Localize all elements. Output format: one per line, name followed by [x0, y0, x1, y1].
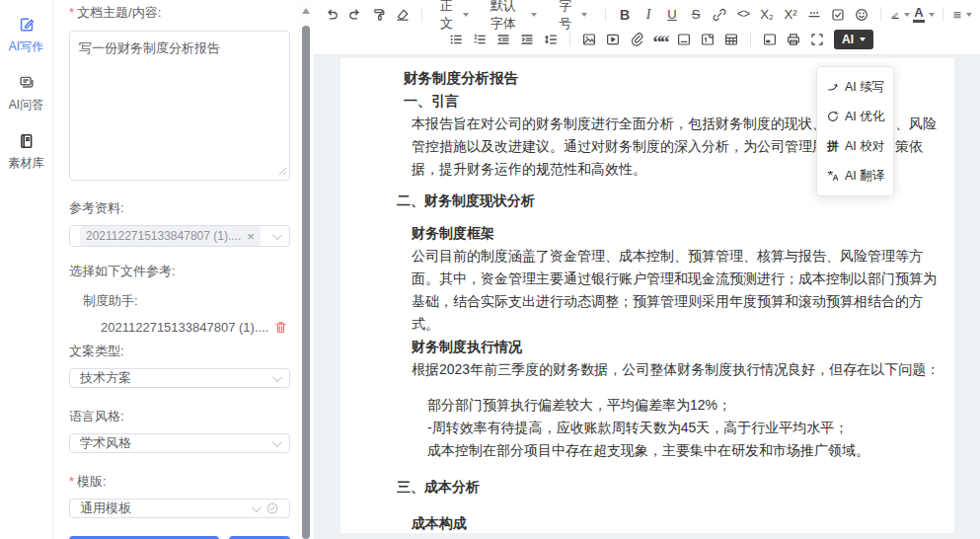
template-value: 通用模板: [80, 500, 244, 517]
tag-close-icon[interactable]: ×: [247, 230, 255, 243]
link-button[interactable]: [708, 4, 731, 26]
fullscreen-button[interactable]: [805, 29, 829, 50]
style-value: 学术风格: [80, 434, 264, 452]
check-circle-icon: [265, 501, 279, 515]
redo-button[interactable]: [343, 4, 367, 26]
required-mark: *: [69, 474, 74, 489]
toolbar-divider: [942, 7, 943, 22]
chevron-down-icon: [272, 372, 282, 382]
indent-button[interactable]: [515, 29, 539, 50]
ai-qa-icon: [18, 74, 36, 95]
menu-item-label: AI 续写: [845, 79, 884, 96]
doc-subheading: 财务制度执行情况: [397, 336, 944, 358]
toolbar-divider: [421, 7, 422, 22]
strikethrough-button[interactable]: S: [684, 4, 708, 26]
align-button[interactable]: [950, 4, 974, 26]
menu-item-ai-continue[interactable]: AI 续写: [817, 72, 893, 102]
template-select[interactable]: 通用模板: [69, 499, 290, 518]
doc-subheading: 财务制度框架: [397, 222, 944, 245]
attachment-button[interactable]: [625, 29, 648, 50]
copy-type-value: 技术方案: [80, 369, 264, 387]
doc-paragraph: 根据2023年前三季度的财务数据，公司整体财务制度执行情况良好，但存在以下问题：: [397, 358, 944, 381]
scroll-up-icon[interactable]: [302, 8, 310, 14]
caret-down-icon: [531, 13, 537, 17]
menu-item-ai-optimize[interactable]: AI 优化: [817, 102, 893, 131]
copy-type-select[interactable]: 技术方案: [69, 368, 290, 388]
file-row: 2021122715133847807 (1)....: [69, 320, 290, 335]
insert-image-button[interactable]: [577, 29, 601, 50]
emoji-button[interactable]: [850, 4, 873, 26]
panel-scrollbar[interactable]: [298, 0, 314, 539]
subscript-button[interactable]: X₂: [755, 4, 779, 26]
delete-file-icon[interactable]: [273, 320, 288, 335]
ai-dropdown-menu: AI 续写 AI 优化 拼 AI 校对 AI 翻译: [816, 66, 894, 196]
caret-down-icon: [463, 13, 469, 17]
embed-snippet-button[interactable]: [696, 29, 719, 50]
copy-type-label: 文案类型:: [69, 343, 290, 360]
eraser-button[interactable]: [391, 4, 415, 26]
font-size-select[interactable]: 字号: [548, 4, 598, 26]
caret-down-icon: [581, 13, 587, 17]
doc-list-item: 部分部门预算执行偏差较大，平均偏差率为12%；: [397, 394, 944, 417]
menu-item-label: AI 校对: [845, 138, 884, 155]
reference-select[interactable]: 2021122715133847807 (1).... ×: [69, 225, 290, 247]
doc-subheading: 成本构成: [397, 512, 944, 533]
topic-input[interactable]: 写一份财务制度分析报告: [69, 31, 290, 181]
menu-item-label: AI 优化: [845, 109, 884, 125]
toolbar-divider: [750, 32, 751, 46]
highlight-color-button[interactable]: [888, 4, 912, 26]
textarea-resize-handle[interactable]: [278, 164, 287, 179]
horizontal-rule-button[interactable]: [802, 4, 826, 26]
caret-down-icon: [904, 13, 910, 17]
blockquote-button[interactable]: ““: [648, 29, 672, 50]
sidebar-item-ai-qa[interactable]: AI问答: [9, 74, 43, 114]
code-block-button[interactable]: [672, 29, 696, 50]
italic-button[interactable]: I: [637, 4, 660, 26]
scrollbar-thumb[interactable]: [302, 26, 310, 539]
doc-heading: 三、成本分析: [397, 476, 944, 499]
menu-item-ai-proofread[interactable]: 拼 AI 校对: [817, 131, 893, 161]
ai-dropdown-button[interactable]: AI: [834, 30, 873, 49]
insert-table-button[interactable]: [719, 29, 743, 50]
file-group-label: 制度助手:: [69, 292, 290, 310]
nav-rail: AI写作 AI问答 素材库: [0, 0, 53, 539]
ordered-list-button[interactable]: [468, 29, 491, 50]
reference-tag[interactable]: 2021122715133847807 (1).... ×: [80, 226, 261, 246]
format-painter-button[interactable]: [367, 4, 391, 26]
ai-optimize-icon: [826, 110, 840, 123]
font-family-select[interactable]: 默认字体: [480, 4, 548, 26]
menu-item-ai-translate[interactable]: AI 翻译: [817, 161, 893, 191]
sidebar-item-ai-write[interactable]: AI写作: [9, 16, 43, 55]
sidebar-item-material-library[interactable]: 素材库: [9, 132, 44, 172]
chevron-down-icon: [272, 230, 282, 240]
inline-code-button[interactable]: <>: [731, 4, 755, 26]
caret-down-icon: [929, 13, 935, 17]
chevron-down-icon: [252, 502, 262, 512]
doc-paragraph: 公司目前的制度涵盖了资金管理、成本控制、预算管理、核算与报告、风险管理等方面。其…: [397, 245, 944, 336]
ai-translate-icon: [826, 169, 840, 183]
ai-proofread-icon: 拼: [826, 138, 840, 155]
insert-video-button[interactable]: [601, 29, 625, 50]
style-select[interactable]: 学术风格: [69, 433, 290, 453]
bullet-list-button[interactable]: [444, 29, 468, 50]
caret-down-icon: [966, 13, 972, 17]
caret-down-icon: [860, 38, 866, 41]
print-button[interactable]: [782, 29, 805, 50]
font-color-button[interactable]: A: [912, 4, 936, 26]
outdent-button[interactable]: [491, 29, 515, 50]
file-ref-label: 选择如下文件参考:: [69, 263, 290, 280]
doc-list-item: -周转效率有待提高，应收账款周转天数为45天，高于行业平均水平；: [397, 417, 944, 439]
undo-button[interactable]: [320, 4, 343, 26]
material-library-icon: [18, 132, 36, 153]
underline-button[interactable]: U: [660, 4, 684, 26]
chevron-down-icon: [272, 437, 282, 447]
toolbar-row-1: 正文 默认字体 字号 B I U S <> X₂ X²: [320, 2, 974, 27]
bold-button[interactable]: B: [613, 4, 637, 26]
paragraph-style-select[interactable]: 正文: [429, 4, 480, 26]
editor-toolbar: 正文 默认字体 字号 B I U S <> X₂ X²: [314, 0, 980, 55]
line-height-button[interactable]: [539, 29, 563, 50]
superscript-button[interactable]: X²: [779, 4, 802, 26]
insert-card-button[interactable]: [758, 29, 782, 50]
sidebar-item-label: AI写作: [9, 38, 43, 55]
todo-checkbox-button[interactable]: [826, 4, 850, 26]
